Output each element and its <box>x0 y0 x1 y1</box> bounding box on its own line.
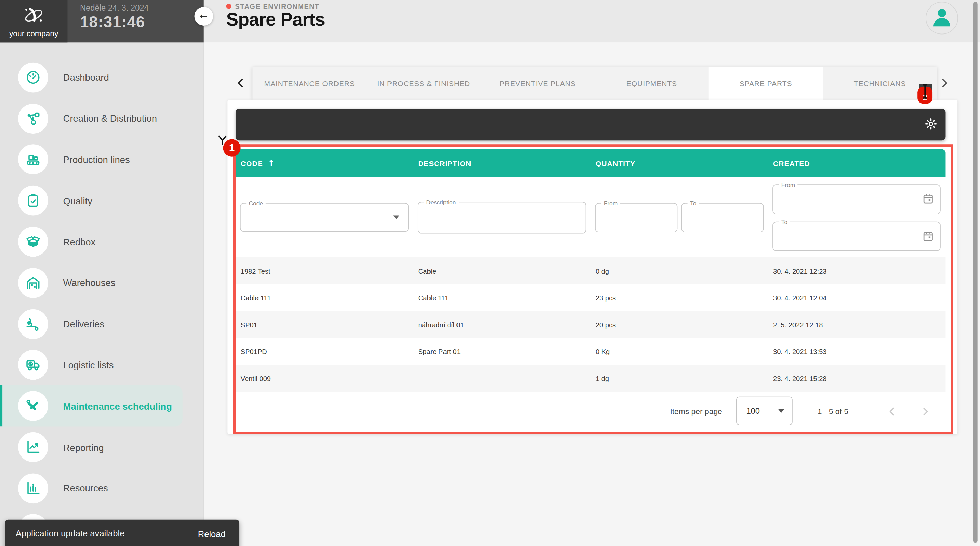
created-to-input[interactable] <box>778 224 923 249</box>
tab-maintenance-orders[interactable]: MAINTENANCE ORDERS <box>252 67 367 100</box>
quantity-from-field: From <box>595 203 678 232</box>
truck-icon <box>18 350 48 380</box>
table-row[interactable]: 1982 TestCable0 dg30. 4. 2021 12:23 <box>235 257 945 284</box>
cell-quantity: 0 Kg <box>590 348 768 355</box>
sidebar-item-label: Production lines <box>63 154 130 165</box>
quantity-to-input[interactable] <box>687 205 746 231</box>
cell-quantity: 23 pcs <box>590 294 768 302</box>
description-filter-input[interactable] <box>423 204 568 232</box>
cell-code: Ventil 009 <box>235 375 413 382</box>
cell-description: Spare Part 01 <box>413 348 590 355</box>
chevron-left-icon <box>234 82 247 91</box>
tabs-scroll-right-button[interactable] <box>938 77 951 89</box>
conveyor-icon <box>18 144 48 175</box>
current-time: 18:31:46 <box>80 13 149 31</box>
bar-chart-icon <box>18 473 48 503</box>
cell-created: 2. 5. 2022 12:18 <box>768 321 945 329</box>
table-row[interactable]: SP01náhradní díl 0120 pcs2. 5. 2022 12:1… <box>235 311 945 338</box>
created-to-calendar-button[interactable] <box>921 230 935 243</box>
calendar-icon <box>922 197 934 207</box>
company-logo[interactable]: your company <box>0 0 67 42</box>
quantity-from-input[interactable] <box>601 205 660 231</box>
user-icon <box>930 5 954 31</box>
tab-preventive-plans[interactable]: PREVENTIVE PLANS <box>481 67 595 100</box>
quantity-to-field: To <box>681 203 764 232</box>
page-title: Spare Parts <box>226 9 325 30</box>
sidebar-item-redbox[interactable]: Redbox <box>0 221 203 262</box>
sidebar-item-warehouses[interactable]: Warehouses <box>0 262 203 303</box>
sidebar-item-creation-distribution[interactable]: Creation & Distribution <box>0 98 203 139</box>
sidebar-header: your company Neděle 24. 3. 2024 18:31:46 <box>0 0 204 42</box>
tab-spare-parts[interactable]: SPARE PARTS <box>709 67 823 100</box>
table-row[interactable]: Ventil 0091 dg23. 4. 2021 15:28 <box>235 365 945 392</box>
cell-created: 23. 4. 2021 15:28 <box>768 375 945 382</box>
table-settings-button[interactable] <box>923 117 938 133</box>
page-header: STAGE ENVIRONMENT Spare Parts <box>204 0 980 42</box>
sidebar-item-label: Redbox <box>63 236 96 247</box>
vertical-scrollbar-thumb[interactable] <box>973 2 978 543</box>
tab-label: TECHNICIANS <box>854 79 906 87</box>
column-header-code[interactable]: CODE ↑ <box>235 159 413 168</box>
main-content: MAINTENANCE ORDERSIN PROCESS & FINISHEDP… <box>204 42 980 546</box>
table-row[interactable]: Cable 111Cable 11123 pcs30. 4. 2021 12:0… <box>235 284 945 311</box>
sidebar-item-label: Deliveries <box>63 319 104 329</box>
created-to-field: To <box>772 222 941 251</box>
code-filter-label: Code <box>246 200 265 207</box>
snackbar: Application update available Reload <box>5 520 239 546</box>
tab-in-process-finished[interactable]: IN PROCESS & FINISHED <box>367 67 481 100</box>
filter-row: Code Description From To From <box>235 177 945 257</box>
created-from-input[interactable] <box>778 186 923 213</box>
column-header-description[interactable]: DESCRIPTION <box>413 160 590 167</box>
gear-icon <box>924 123 937 132</box>
table-header: CODE ↑ DESCRIPTION QUANTITY CREATED <box>235 149 945 177</box>
description-filter-field: Description <box>417 202 586 233</box>
sidebar-item-maintenance-scheduling[interactable]: Maintenance scheduling <box>0 386 183 426</box>
column-label: DESCRIPTION <box>418 160 471 167</box>
sidebar-item-dashboard[interactable]: Dashboard <box>0 57 203 98</box>
next-page-button[interactable] <box>918 405 932 418</box>
cell-created: 30. 4. 2021 12:04 <box>768 294 945 302</box>
cell-code: SP01 <box>235 321 413 329</box>
user-profile-button[interactable] <box>926 2 958 34</box>
code-filter-select[interactable]: Code <box>240 203 409 232</box>
chevron-right-icon <box>918 411 932 420</box>
sidebar-item-label: Creation & Distribution <box>63 113 157 124</box>
sort-ascending-icon: ↑ <box>268 159 275 168</box>
column-header-created[interactable]: CREATED <box>768 160 945 167</box>
back-button[interactable]: ← <box>194 7 213 25</box>
items-per-page-select[interactable]: 100 <box>736 397 792 425</box>
tabs-scroll-left-button[interactable] <box>234 77 247 89</box>
annotation-cursor-icon <box>218 135 228 146</box>
tab-label: IN PROCESS & FINISHED <box>377 79 470 87</box>
cell-quantity: 20 pcs <box>590 321 768 329</box>
cell-description: Cable 111 <box>413 294 590 302</box>
sidebar-item-logistic-lists[interactable]: Logistic lists <box>0 344 203 386</box>
sidebar-item-production-lines[interactable]: Production lines <box>0 139 203 180</box>
warehouse-icon <box>18 268 48 298</box>
column-header-quantity[interactable]: QUANTITY <box>590 160 768 167</box>
cell-code: Cable 111 <box>235 294 413 302</box>
items-per-page-value: 100 <box>746 406 760 416</box>
sidebar-item-reporting[interactable]: Reporting <box>0 427 203 468</box>
snackbar-message: Application update available <box>16 528 125 538</box>
table-toolbar <box>235 109 945 140</box>
sidebar-item-deliveries[interactable]: Deliveries <box>0 303 203 344</box>
tab-equipments[interactable]: EQUIPMENTS <box>595 67 709 100</box>
sidebar-item-quality[interactable]: Quality <box>0 180 203 221</box>
sidebar-item-resources[interactable]: Resources <box>0 468 203 509</box>
sidebar: DashboardCreation & DistributionProducti… <box>0 0 204 546</box>
environment-dot-icon <box>226 4 231 9</box>
tools-icon <box>18 391 48 421</box>
sidebar-item-label: Reporting <box>63 442 104 452</box>
page-range-label: 1 - 5 of 5 <box>818 407 848 416</box>
created-from-calendar-button[interactable] <box>921 192 935 206</box>
distribution-icon <box>18 103 48 133</box>
logo-icon <box>23 5 45 29</box>
handtruck-icon <box>18 309 48 339</box>
previous-page-button[interactable] <box>886 405 899 418</box>
table-row[interactable]: SP01PDSpare Part 010 Kg30. 4. 2021 13:53 <box>235 338 945 365</box>
reload-button[interactable]: Reload <box>198 527 226 541</box>
tab-label: EQUIPMENTS <box>627 79 677 87</box>
cell-created: 30. 4. 2021 12:23 <box>768 267 945 275</box>
cell-code: SP01PD <box>235 348 413 355</box>
